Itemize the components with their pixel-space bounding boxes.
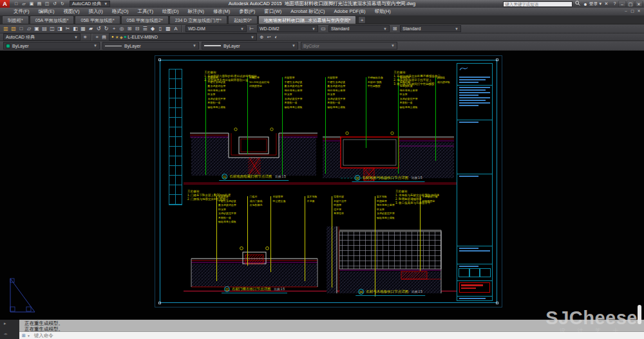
file-tab[interactable]: 05B 平面放线图*	[75, 15, 120, 24]
leader-line	[205, 77, 206, 175]
make-object-layer-icon[interactable]: ⊕	[258, 34, 265, 41]
autocad-logo-icon[interactable]: A	[0, 0, 10, 8]
table-style-icon[interactable]: ⊞	[391, 25, 399, 33]
file-tab[interactable]: 05A 平面放线图*	[30, 15, 75, 24]
linetype-combo[interactable]: ByLayer ▼	[102, 42, 199, 50]
publish-icon[interactable]: ◨	[56, 25, 64, 33]
menu-item[interactable]: 工具(T)	[133, 8, 158, 15]
match-properties-icon[interactable]: ▰	[87, 25, 95, 33]
layer-properties-icon[interactable]: ≡	[93, 34, 100, 41]
layer-states-icon[interactable]: ▤	[100, 34, 108, 41]
layer-previous-icon[interactable]: ↩	[265, 34, 272, 41]
plot-icon[interactable]: ▤	[41, 25, 48, 33]
menu-item[interactable]: 窗口(W)	[260, 8, 286, 15]
cut-icon[interactable]: ✂	[64, 25, 71, 33]
command-wrench-icon[interactable]: ⌯	[4, 331, 10, 336]
chevron-down-icon: ▼	[251, 35, 254, 39]
table-style-combo[interactable]: Standard▼	[400, 25, 461, 32]
qat-redo-icon[interactable]: ↻	[59, 1, 66, 7]
layer-tools: ⊕↩◐	[258, 34, 279, 41]
layer-isolate-icon[interactable]: ◐	[272, 34, 279, 41]
scrollbar-thumb[interactable]	[638, 305, 641, 324]
redo-icon[interactable]: ↻	[102, 25, 110, 33]
title-block-footer	[457, 298, 492, 306]
qat-undo-icon[interactable]: ↺	[52, 1, 58, 7]
menu-item[interactable]: 文件(F)	[9, 8, 34, 15]
doc-close-button[interactable]: ✕	[636, 8, 642, 14]
plot-preview-icon[interactable]: ◫	[48, 25, 56, 33]
save-icon[interactable]: ▣	[33, 25, 41, 33]
menu-item[interactable]: Acrobat 标记(C)	[286, 8, 329, 15]
watermark-text: SJCheese	[545, 307, 638, 329]
qat-save-icon[interactable]: ▣	[28, 1, 35, 7]
qat-open-icon[interactable]: ▱	[21, 1, 27, 7]
dim-linear-icon[interactable]: ⊢	[248, 25, 256, 33]
close-button[interactable]: ✕	[635, 1, 643, 7]
designcenter-icon[interactable]: ◆	[149, 25, 156, 33]
file-tab[interactable]: 地面墙面材料收口踢...水沿幕墙与室内空间*	[258, 15, 357, 24]
leader-line	[366, 77, 366, 148]
menu-item[interactable]: 绘图(D)	[158, 8, 183, 15]
open-icon[interactable]: ▱	[25, 25, 33, 33]
annotate-icon[interactable]: A	[172, 25, 180, 33]
menu-item[interactable]: 修改(M)	[209, 8, 234, 15]
menu-item[interactable]: 视图(V)	[59, 8, 84, 15]
doc-minimize-button[interactable]: –	[623, 8, 629, 14]
qat-new-icon[interactable]: □	[13, 1, 19, 7]
zoom-previous-icon[interactable]: ⊟	[133, 25, 141, 33]
infocenter: ☻ 登录 ▾ ✕ ?	[503, 1, 618, 7]
text-style-combo[interactable]: Standard▼	[328, 25, 390, 32]
pan-icon[interactable]: +	[110, 25, 118, 33]
zoom-window-icon[interactable]: ⊞	[126, 25, 133, 33]
toolpalettes-icon[interactable]: ▯	[156, 25, 164, 33]
lineweight-combo[interactable]: ByLayer ▼	[202, 42, 298, 50]
menu-item[interactable]: 插入(I)	[84, 8, 108, 15]
a360-icon[interactable]: ✕	[603, 1, 610, 7]
properties-icon[interactable]: ☰	[141, 25, 149, 33]
qat-saveas-icon[interactable]: ▤	[36, 1, 43, 7]
menu-item[interactable]: 标注(N)	[184, 8, 209, 15]
file-tab[interactable]: 起始页0*	[228, 15, 258, 24]
quickcalc-icon[interactable]: ▩	[164, 25, 172, 33]
paste-icon[interactable]: ▦	[79, 25, 87, 33]
menu-item[interactable]: Adobe PDF(B)	[330, 8, 370, 15]
signin-button[interactable]: ☻ 登录 ▾	[583, 1, 601, 7]
menu-item[interactable]: 格式(O)	[108, 8, 133, 15]
drawing-viewport[interactable]: 工艺做法:1. 石材面层六面防护处理后试拼编号铺贴2. 基层清理干净后涂刷界面剂…	[0, 51, 644, 320]
detail-leaders: 石材面层干硬性水泥砂浆素水泥浆结合层细石混凝土垫层防水层水泥砂浆找平层界面剂一道…	[321, 70, 455, 182]
workspace-settings-icon[interactable]: ✳	[82, 34, 89, 41]
undo-icon[interactable]: ↺	[95, 25, 102, 33]
workspace-switcher[interactable]: AutoCAD 经典 ▼	[70, 1, 110, 7]
minimize-button[interactable]: –	[618, 1, 626, 7]
menu-item[interactable]: 参数(P)	[234, 8, 260, 15]
zoom-realtime-icon[interactable]: ◎	[118, 25, 126, 33]
dim-style2-combo[interactable]: WD-DIM2▼	[257, 25, 318, 32]
menu-item[interactable]: 编辑(E)	[34, 8, 59, 15]
command-dock-grip[interactable]: ▸ ⌯	[0, 320, 19, 339]
new-drawing-tab-button[interactable]: +	[358, 16, 366, 24]
file-tab[interactable]: 制图框*	[2, 15, 29, 24]
command-prompt-icon: ⊞	[22, 333, 26, 338]
color-combo[interactable]: ByLayer ▼	[3, 42, 100, 50]
detail-bubble: 03	[224, 286, 230, 292]
file-tab[interactable]: 234 D 立面放线图门厅*	[169, 15, 227, 24]
infocenter-search-input[interactable]	[503, 1, 573, 7]
dim-style-combo[interactable]: WD-DIM▼	[185, 25, 247, 32]
detail-note-line: 3. 收口条高度与完成面齐平	[395, 201, 455, 205]
file-tab[interactable]: 05B 平面放线图2*	[121, 15, 169, 24]
restore-button[interactable]: ▢	[627, 1, 634, 7]
search-icon[interactable]	[574, 1, 581, 7]
chevron-down-icon: ▼	[27, 334, 30, 338]
leader-label: 钢筋混凝土楼板	[400, 105, 435, 110]
command-customize-icon[interactable]: ▸	[4, 321, 10, 326]
doc-restore-button[interactable]: ▢	[629, 8, 636, 14]
sheetset-icon[interactable]: ▥	[2, 25, 10, 33]
menu-item[interactable]: 帮助(H)	[370, 8, 395, 15]
qnew-icon[interactable]: □	[17, 25, 25, 33]
qat-plot-icon[interactable]: ◫	[44, 1, 50, 7]
layer-combo[interactable]: ●☀◆■ L-ELEV-MBND ▼	[109, 33, 257, 41]
workspace-combo[interactable]: AutoCAD 经典▼	[3, 33, 80, 41]
markup-set-icon[interactable]: ▧	[10, 25, 17, 33]
copy-icon[interactable]: ◧	[71, 25, 79, 33]
text-style-icon[interactable]: ▭	[319, 25, 327, 33]
